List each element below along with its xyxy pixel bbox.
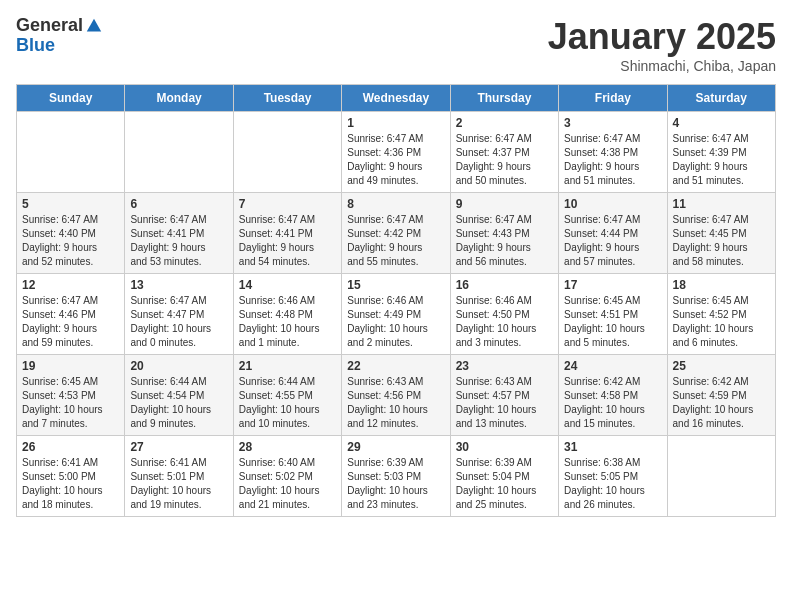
- logo-blue-text: Blue: [16, 36, 103, 56]
- day-header-sunday: Sunday: [17, 85, 125, 112]
- day-info: Sunrise: 6:40 AM Sunset: 5:02 PM Dayligh…: [239, 456, 336, 512]
- title-block: January 2025 Shinmachi, Chiba, Japan: [548, 16, 776, 74]
- calendar-cell: 13Sunrise: 6:47 AM Sunset: 4:47 PM Dayli…: [125, 274, 233, 355]
- day-info: Sunrise: 6:47 AM Sunset: 4:36 PM Dayligh…: [347, 132, 444, 188]
- calendar-cell: 18Sunrise: 6:45 AM Sunset: 4:52 PM Dayli…: [667, 274, 775, 355]
- calendar-cell: [17, 112, 125, 193]
- calendar-cell: 10Sunrise: 6:47 AM Sunset: 4:44 PM Dayli…: [559, 193, 667, 274]
- calendar-week-5: 26Sunrise: 6:41 AM Sunset: 5:00 PM Dayli…: [17, 436, 776, 517]
- day-number: 12: [22, 278, 119, 292]
- calendar-cell: 8Sunrise: 6:47 AM Sunset: 4:42 PM Daylig…: [342, 193, 450, 274]
- calendar-cell: 9Sunrise: 6:47 AM Sunset: 4:43 PM Daylig…: [450, 193, 558, 274]
- day-info: Sunrise: 6:46 AM Sunset: 4:49 PM Dayligh…: [347, 294, 444, 350]
- calendar-cell: 31Sunrise: 6:38 AM Sunset: 5:05 PM Dayli…: [559, 436, 667, 517]
- calendar-cell: 19Sunrise: 6:45 AM Sunset: 4:53 PM Dayli…: [17, 355, 125, 436]
- day-info: Sunrise: 6:47 AM Sunset: 4:40 PM Dayligh…: [22, 213, 119, 269]
- day-info: Sunrise: 6:42 AM Sunset: 4:58 PM Dayligh…: [564, 375, 661, 431]
- calendar-week-1: 1Sunrise: 6:47 AM Sunset: 4:36 PM Daylig…: [17, 112, 776, 193]
- day-header-wednesday: Wednesday: [342, 85, 450, 112]
- day-number: 29: [347, 440, 444, 454]
- day-number: 3: [564, 116, 661, 130]
- day-header-monday: Monday: [125, 85, 233, 112]
- calendar-cell: 6Sunrise: 6:47 AM Sunset: 4:41 PM Daylig…: [125, 193, 233, 274]
- day-number: 31: [564, 440, 661, 454]
- day-info: Sunrise: 6:47 AM Sunset: 4:45 PM Dayligh…: [673, 213, 770, 269]
- day-info: Sunrise: 6:47 AM Sunset: 4:39 PM Dayligh…: [673, 132, 770, 188]
- day-info: Sunrise: 6:45 AM Sunset: 4:52 PM Dayligh…: [673, 294, 770, 350]
- calendar-cell: [233, 112, 341, 193]
- day-info: Sunrise: 6:47 AM Sunset: 4:47 PM Dayligh…: [130, 294, 227, 350]
- day-info: Sunrise: 6:47 AM Sunset: 4:44 PM Dayligh…: [564, 213, 661, 269]
- day-number: 11: [673, 197, 770, 211]
- logo-general-text: General: [16, 16, 83, 36]
- day-number: 19: [22, 359, 119, 373]
- day-number: 30: [456, 440, 553, 454]
- day-number: 5: [22, 197, 119, 211]
- calendar-cell: [667, 436, 775, 517]
- day-number: 21: [239, 359, 336, 373]
- calendar-cell: 29Sunrise: 6:39 AM Sunset: 5:03 PM Dayli…: [342, 436, 450, 517]
- day-info: Sunrise: 6:38 AM Sunset: 5:05 PM Dayligh…: [564, 456, 661, 512]
- day-info: Sunrise: 6:45 AM Sunset: 4:51 PM Dayligh…: [564, 294, 661, 350]
- day-number: 9: [456, 197, 553, 211]
- day-number: 14: [239, 278, 336, 292]
- calendar-cell: 17Sunrise: 6:45 AM Sunset: 4:51 PM Dayli…: [559, 274, 667, 355]
- day-header-thursday: Thursday: [450, 85, 558, 112]
- day-info: Sunrise: 6:46 AM Sunset: 4:48 PM Dayligh…: [239, 294, 336, 350]
- calendar-cell: 22Sunrise: 6:43 AM Sunset: 4:56 PM Dayli…: [342, 355, 450, 436]
- calendar-cell: 30Sunrise: 6:39 AM Sunset: 5:04 PM Dayli…: [450, 436, 558, 517]
- logo-icon: [85, 17, 103, 35]
- day-info: Sunrise: 6:42 AM Sunset: 4:59 PM Dayligh…: [673, 375, 770, 431]
- day-number: 6: [130, 197, 227, 211]
- day-info: Sunrise: 6:39 AM Sunset: 5:04 PM Dayligh…: [456, 456, 553, 512]
- day-number: 16: [456, 278, 553, 292]
- day-number: 23: [456, 359, 553, 373]
- calendar-cell: 4Sunrise: 6:47 AM Sunset: 4:39 PM Daylig…: [667, 112, 775, 193]
- calendar-week-4: 19Sunrise: 6:45 AM Sunset: 4:53 PM Dayli…: [17, 355, 776, 436]
- day-info: Sunrise: 6:39 AM Sunset: 5:03 PM Dayligh…: [347, 456, 444, 512]
- calendar-cell: 28Sunrise: 6:40 AM Sunset: 5:02 PM Dayli…: [233, 436, 341, 517]
- calendar-cell: 7Sunrise: 6:47 AM Sunset: 4:41 PM Daylig…: [233, 193, 341, 274]
- calendar-cell: 5Sunrise: 6:47 AM Sunset: 4:40 PM Daylig…: [17, 193, 125, 274]
- day-info: Sunrise: 6:43 AM Sunset: 4:56 PM Dayligh…: [347, 375, 444, 431]
- calendar-table: SundayMondayTuesdayWednesdayThursdayFrid…: [16, 84, 776, 517]
- day-info: Sunrise: 6:43 AM Sunset: 4:57 PM Dayligh…: [456, 375, 553, 431]
- day-info: Sunrise: 6:47 AM Sunset: 4:46 PM Dayligh…: [22, 294, 119, 350]
- day-info: Sunrise: 6:44 AM Sunset: 4:54 PM Dayligh…: [130, 375, 227, 431]
- calendar-cell: 20Sunrise: 6:44 AM Sunset: 4:54 PM Dayli…: [125, 355, 233, 436]
- day-number: 25: [673, 359, 770, 373]
- calendar-cell: 27Sunrise: 6:41 AM Sunset: 5:01 PM Dayli…: [125, 436, 233, 517]
- calendar-cell: [125, 112, 233, 193]
- day-info: Sunrise: 6:41 AM Sunset: 5:00 PM Dayligh…: [22, 456, 119, 512]
- day-number: 15: [347, 278, 444, 292]
- calendar-header-row: SundayMondayTuesdayWednesdayThursdayFrid…: [17, 85, 776, 112]
- day-number: 10: [564, 197, 661, 211]
- calendar-cell: 2Sunrise: 6:47 AM Sunset: 4:37 PM Daylig…: [450, 112, 558, 193]
- day-number: 2: [456, 116, 553, 130]
- day-number: 18: [673, 278, 770, 292]
- calendar-cell: 25Sunrise: 6:42 AM Sunset: 4:59 PM Dayli…: [667, 355, 775, 436]
- day-number: 24: [564, 359, 661, 373]
- calendar-cell: 12Sunrise: 6:47 AM Sunset: 4:46 PM Dayli…: [17, 274, 125, 355]
- day-number: 4: [673, 116, 770, 130]
- day-info: Sunrise: 6:47 AM Sunset: 4:38 PM Dayligh…: [564, 132, 661, 188]
- day-info: Sunrise: 6:47 AM Sunset: 4:41 PM Dayligh…: [130, 213, 227, 269]
- day-number: 7: [239, 197, 336, 211]
- month-title: January 2025: [548, 16, 776, 58]
- day-header-tuesday: Tuesday: [233, 85, 341, 112]
- day-info: Sunrise: 6:46 AM Sunset: 4:50 PM Dayligh…: [456, 294, 553, 350]
- calendar-cell: 23Sunrise: 6:43 AM Sunset: 4:57 PM Dayli…: [450, 355, 558, 436]
- location-title: Shinmachi, Chiba, Japan: [548, 58, 776, 74]
- day-number: 20: [130, 359, 227, 373]
- day-info: Sunrise: 6:45 AM Sunset: 4:53 PM Dayligh…: [22, 375, 119, 431]
- calendar-cell: 11Sunrise: 6:47 AM Sunset: 4:45 PM Dayli…: [667, 193, 775, 274]
- day-number: 8: [347, 197, 444, 211]
- day-info: Sunrise: 6:47 AM Sunset: 4:42 PM Dayligh…: [347, 213, 444, 269]
- svg-marker-0: [87, 19, 101, 32]
- logo: General Blue: [16, 16, 103, 56]
- day-number: 1: [347, 116, 444, 130]
- day-info: Sunrise: 6:44 AM Sunset: 4:55 PM Dayligh…: [239, 375, 336, 431]
- calendar-cell: 26Sunrise: 6:41 AM Sunset: 5:00 PM Dayli…: [17, 436, 125, 517]
- day-number: 22: [347, 359, 444, 373]
- day-info: Sunrise: 6:47 AM Sunset: 4:37 PM Dayligh…: [456, 132, 553, 188]
